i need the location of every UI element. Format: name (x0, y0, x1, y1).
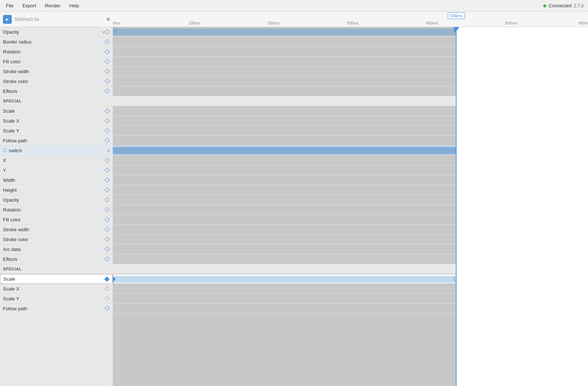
property-name-stroke-color-1: Stroke color (3, 79, 105, 84)
chat-button[interactable]: 💬 (563, 361, 579, 377)
tick-400ms: 400ms (426, 21, 438, 25)
property-row-fill-color-2: Fill color (0, 215, 113, 225)
menu-help[interactable]: Help (68, 1, 81, 10)
property-row-width: Width (0, 175, 113, 185)
section-name-switch: switch (9, 148, 107, 153)
collapse-icon-switch[interactable]: ∧ (107, 149, 110, 153)
keyframe-scale-y-1[interactable] (105, 128, 110, 133)
property-row-scale-2-highlighted: Scale (0, 274, 113, 284)
property-row-follow-path-2: Follow path (0, 304, 113, 314)
special-label-2: SPECIAL (3, 267, 110, 271)
property-name-scale-2: Scale (3, 276, 104, 282)
property-list: Opacity ∨ Border radius Rotation Fill co… (0, 27, 113, 386)
menu-render[interactable]: Render (44, 1, 62, 10)
keyframe-fill-color-2[interactable] (105, 217, 110, 222)
property-name-width: Width (3, 177, 105, 183)
keyframe-opacity-2[interactable] (105, 197, 110, 202)
track-effects-1 (113, 86, 588, 96)
section-switch-header[interactable]: switch ∧ (0, 146, 113, 155)
keyframe-opacity[interactable] (105, 29, 110, 34)
menu-file[interactable]: File (4, 1, 15, 10)
track-bar-scale-2 (113, 276, 456, 283)
track-stroke-color-2 (113, 235, 588, 244)
play-button[interactable]: ▶ (3, 15, 12, 24)
keyframe-effects-2[interactable] (105, 256, 110, 262)
property-row-effects-2: Effects (0, 254, 113, 264)
keyframe-stroke-color-2[interactable] (105, 237, 110, 242)
track-width (113, 175, 588, 185)
property-row-scale-y-1: Scale Y (0, 126, 113, 136)
hamburger-icon[interactable]: ≡ (107, 16, 110, 23)
track-scale-y-2 (113, 294, 588, 304)
property-name-scale-x-2: Scale X (3, 286, 105, 292)
property-name-stroke-width-2: Stroke width (3, 227, 105, 232)
keyframe-stroke-width-1[interactable] (105, 69, 110, 74)
menu-bar: File Export Render Help Connected 2.7.0 (0, 0, 588, 12)
keyframe-stroke-color-1[interactable] (105, 79, 110, 84)
tick-300ms: 300ms (347, 21, 359, 25)
property-name-border-radius: Border radius (3, 39, 105, 45)
property-name-opacity-2: Opacity (3, 197, 105, 203)
keyframe-follow-path-2[interactable] (105, 306, 110, 311)
track-opacity-2 (113, 195, 588, 205)
time-display: 500ms/0.5s (15, 16, 39, 22)
track-stroke-width-2 (113, 225, 588, 235)
keyframe-follow-path-1[interactable] (105, 138, 110, 143)
property-row-fill-color-1: Fill color (0, 57, 113, 67)
special-header-2: SPECIAL (0, 264, 113, 274)
play-icon: ▶ (6, 17, 9, 21)
property-row-height: Height (0, 185, 113, 195)
track-stroke-color-1 (113, 76, 588, 86)
keyframe-stroke-width-2[interactable] (105, 227, 110, 232)
keyframe-fill-color-1[interactable] (105, 59, 110, 64)
track-bar-opacity (113, 29, 456, 35)
keyframe-height[interactable] (105, 187, 110, 192)
property-name-fill-color-1: Fill color (3, 59, 105, 64)
keyframe-y[interactable] (105, 168, 110, 173)
property-row-rotation-2: Rotation (0, 205, 113, 215)
property-row-scale-1: Scale (0, 106, 113, 116)
property-name-scale-y-2: Scale Y (3, 296, 105, 301)
track-scale-x-2 (113, 284, 588, 294)
property-name-rotation-2: Rotation (3, 207, 105, 213)
property-name-scale-x-1: Scale X (3, 118, 105, 124)
property-row-stroke-width-1: Stroke width (0, 67, 113, 76)
track-special-header-2 (113, 264, 588, 274)
left-panel: ▶ 500ms/0.5s ≡ Opacity ∨ Border radius R… (0, 12, 113, 386)
time-ruler: 500ms 0ms 100ms 200ms 300ms 400ms 500ms … (113, 12, 588, 27)
track-follow-path-2 (113, 304, 588, 314)
track-special-header-1 (113, 96, 588, 106)
property-row-scale-x-2: Scale X (0, 284, 113, 294)
track-y (113, 165, 588, 175)
keyframe-scale-x-2[interactable] (105, 286, 110, 291)
keyframe-x[interactable] (105, 158, 110, 163)
keyframe-arc-data[interactable] (105, 247, 110, 252)
keyframe-rotation-2[interactable] (105, 207, 110, 212)
track-scale-1 (113, 106, 588, 116)
keyframe-width[interactable] (105, 177, 110, 183)
menu-export[interactable]: Export (21, 1, 38, 10)
keyframe-scale-2[interactable] (104, 277, 109, 282)
connected-label: Connected (548, 3, 572, 8)
property-name-opacity: Opacity (3, 29, 102, 35)
keyframe-scale-y-2[interactable] (105, 296, 110, 301)
keyframe-scale-1[interactable] (105, 108, 110, 113)
track-fill-color-2 (113, 215, 588, 225)
special-label-1: SPECIAL (3, 99, 110, 103)
property-row-stroke-color-2: Stroke color (0, 235, 113, 244)
property-name-scale-1: Scale (3, 108, 105, 114)
property-name-fill-color-2: Fill color (3, 217, 105, 222)
track-arc-data (113, 244, 588, 254)
property-name-y: Y (3, 168, 105, 173)
track-rotation-2 (113, 205, 588, 215)
menu-bar-right: Connected 2.7.0 (543, 3, 584, 8)
keyframe-effects-1[interactable] (105, 89, 110, 94)
keyframe-scale-x-1[interactable] (105, 118, 110, 123)
tick-500ms: 500ms (505, 21, 517, 25)
property-name-stroke-color-2: Stroke color (3, 237, 105, 242)
property-name-height: Height (3, 187, 105, 193)
property-row-scale-x-1: Scale X (0, 116, 113, 126)
keyframe-rotation-1[interactable] (105, 49, 110, 54)
keyframe-border-radius[interactable] (105, 39, 110, 44)
main-layout: ▶ 500ms/0.5s ≡ Opacity ∨ Border radius R… (0, 12, 588, 386)
